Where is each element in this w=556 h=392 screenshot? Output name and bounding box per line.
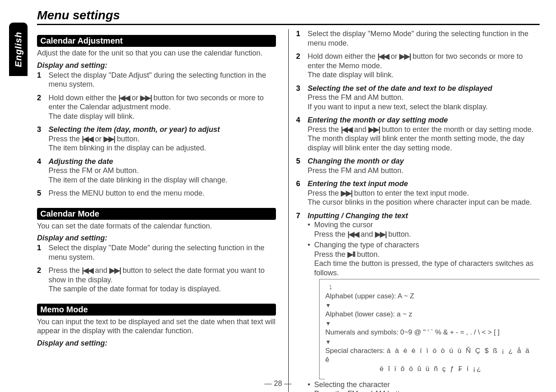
step-text: Press the FM or AM button.	[49, 166, 139, 175]
step-text: or	[389, 52, 399, 60]
bullet-text: Each time the button is pressed, the typ…	[314, 259, 533, 277]
bullet-text: Changing the type of characters	[314, 241, 419, 249]
step-item: Changing the month or day Press the FM a…	[296, 157, 540, 175]
step-item: Entering the month or day setting mode P…	[296, 115, 540, 152]
step-subtitle: Changing the month or day	[308, 157, 540, 166]
step-text: The date display will blink.	[308, 71, 394, 79]
step-text: The item blinking in the display can be …	[49, 144, 206, 152]
lead-text: Adjust the date for the unit so that you…	[37, 48, 281, 58]
step-text: and	[93, 266, 109, 274]
step-text: button to enter the month or day setting…	[380, 125, 533, 134]
section-memo-mode: Memo Mode	[37, 304, 276, 316]
lead-text: You can input the text to be displayed a…	[37, 317, 281, 336]
step-item: Press the MENU button to end the menu mo…	[37, 189, 281, 198]
step-text: Press the	[49, 135, 82, 143]
step-text: Press the	[308, 189, 341, 197]
steps-list: Select the display "Date Adjust" during …	[37, 71, 281, 198]
bullet-text: Selecting the character	[314, 380, 390, 389]
bullet-text: and	[359, 230, 375, 238]
step-text: button to enter the text input mode.	[352, 189, 469, 197]
step-text: If you want to input a new text, select …	[308, 103, 488, 111]
step-text: Press the MENU button to end the menu mo…	[49, 189, 204, 197]
section-calendar-mode: Calendar Mode	[37, 208, 276, 220]
lead-text: You can set the date formats of the cale…	[37, 221, 281, 231]
bullet-text: Press the	[314, 250, 348, 258]
arrow-down-icon: ▼	[325, 339, 331, 345]
next-track-icon: ▶▶|	[341, 189, 352, 197]
next-track-icon: ▶▶|	[109, 266, 120, 274]
step-text: button.	[115, 135, 139, 143]
display-setting-label: Display and setting:	[37, 339, 281, 348]
language-tab: English	[9, 23, 28, 76]
page-number: — 28 —	[264, 379, 292, 388]
step-text: Hold down either the	[49, 94, 118, 102]
flow-line: Alphabet (lower case): a ~ z	[325, 310, 412, 318]
step-text: The cursor blinks in the position where …	[308, 198, 532, 206]
step-text: The month display will blink enter the m…	[308, 134, 524, 152]
bullet-text: button.	[355, 250, 380, 258]
step-item: Hold down either the |◀◀ or ▶▶| button f…	[37, 93, 281, 121]
step-item: Hold down either the |◀◀ or ▶▶| button f…	[296, 52, 540, 80]
steps-list: Select the display "Date Mode" during th…	[37, 243, 281, 294]
step-text: or	[130, 94, 140, 102]
arrow-down-icon: ▼	[325, 302, 331, 309]
step-text: and	[352, 125, 368, 134]
step-text: Select the display "Memo Mode" during th…	[308, 30, 528, 47]
next-track-icon: ▶▶|	[104, 135, 115, 143]
step-item: Entering the text input mode Press the ▶…	[296, 179, 540, 207]
next-track-icon: ▶▶|	[368, 125, 380, 134]
step-item: Select the display "Memo Mode" during th…	[296, 29, 540, 48]
page-title: Menu settings	[37, 8, 540, 25]
step-text: Press the FM and AM button.	[308, 93, 403, 101]
next-track-icon: ▶▶|	[140, 94, 151, 102]
step-text: Press the	[49, 266, 82, 274]
step-item: Selecting the item (day, month, or year)…	[37, 125, 281, 153]
bullet-item: Changing the type of characters Press th…	[308, 240, 540, 277]
step-text: The item of the date blinking in the dis…	[49, 176, 227, 184]
step-item: Inputting / Changing the text Moving the…	[296, 211, 540, 392]
flow-return-line	[319, 375, 325, 379]
bullet-text: Press the	[314, 230, 348, 238]
step-text: The date display will blink.	[49, 112, 134, 120]
step-subtitle: Adjusting the date	[49, 157, 281, 166]
bullet-text: button.	[386, 230, 411, 238]
special-chars: ë î ï ô ö û ü ñ ç ƒ ₣ í ¡¿	[380, 365, 482, 373]
step-text: Select the display "Date Mode" during th…	[49, 244, 264, 261]
prev-track-icon: |◀◀	[378, 52, 389, 60]
prev-track-icon: |◀◀	[341, 125, 352, 134]
flow-line: Special characters:	[325, 347, 387, 355]
next-track-icon: ▶▶|	[375, 230, 386, 238]
step-subtitle: Selecting the set of the date and text t…	[308, 84, 540, 93]
bullet-text: Moving the cursor	[314, 221, 373, 229]
step-subtitle: Entering the text input mode	[308, 179, 540, 189]
step-item: Press the |◀◀ and ▶▶| button to select t…	[37, 266, 281, 294]
step-text: Press the	[308, 125, 341, 134]
arrow-down-icon: ⤵	[329, 284, 332, 291]
step-item: Selecting the set of the date and text t…	[296, 84, 540, 112]
bullet-text: Press the FM and AM button.	[314, 390, 410, 392]
language-tab-label: English	[13, 32, 24, 67]
step-text: Hold down either the	[308, 52, 378, 60]
step-subtitle: Selecting the item (day, month, or year)…	[49, 125, 281, 134]
prev-track-icon: |◀◀	[82, 266, 93, 274]
bullet-item: Moving the cursor Press the |◀◀ and ▶▶| …	[308, 220, 540, 239]
prev-track-icon: |◀◀	[348, 230, 359, 238]
flow-line: Alphabet (upper case): A ~ Z	[325, 292, 414, 300]
prev-track-icon: |◀◀	[82, 135, 93, 143]
step-item: Adjusting the date Press the FM or AM bu…	[37, 157, 281, 185]
step-text: Press the FM and AM button.	[308, 166, 403, 175]
step-text: The sample of the date format for today …	[49, 285, 221, 293]
step-text: or	[93, 135, 104, 143]
display-setting-label: Display and setting:	[37, 61, 281, 70]
section-calendar-adjustment: Calendar Adjustment	[37, 35, 276, 47]
step-subtitle: Entering the month or day setting mode	[308, 115, 540, 125]
step-subtitle: Inputting / Changing the text	[308, 211, 540, 221]
arrow-down-icon: ▼	[325, 320, 331, 327]
step-item: Select the display "Date Mode" during th…	[37, 243, 281, 262]
next-track-icon: ▶▶|	[399, 52, 410, 60]
character-flow-box: ⤵ Alphabet (upper case): A ~ Z ▼ Alphabe…	[319, 279, 540, 375]
prev-track-icon: |◀◀	[118, 94, 130, 102]
step-text: Select the display "Date Adjust" during …	[49, 71, 266, 89]
step-item: Select the display "Date Adjust" during …	[37, 71, 281, 89]
play-pause-icon: ▶II	[348, 250, 355, 258]
